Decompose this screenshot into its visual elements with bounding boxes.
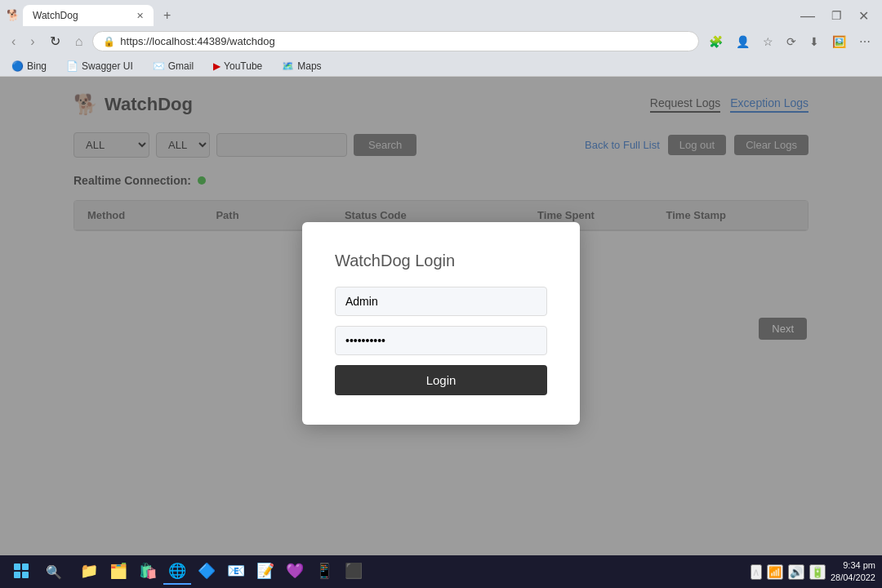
taskbar-battery-icon[interactable]: 🔋	[809, 564, 826, 580]
svg-rect-1	[22, 564, 29, 570]
browser-tab[interactable]: WatchDog ✕	[23, 5, 154, 26]
svg-rect-2	[14, 572, 20, 578]
taskbar-app-edge[interactable]: 🔷	[193, 559, 220, 585]
nav-icons: 🧩 👤 ☆ ⟳ ⬇ 🖼️ ⋯	[704, 33, 875, 51]
bookmark-gmail[interactable]: ✉️ Gmail	[148, 59, 198, 74]
browser-navbar: ‹ › ↻ ⌂ 🔒 🧩 👤 ☆ ⟳ ⬇ 🖼️ ⋯	[0, 26, 882, 56]
taskbar-app-outlook[interactable]: 📧	[222, 559, 250, 585]
minimize-button[interactable]: —	[794, 8, 822, 24]
youtube-icon: ▶	[213, 60, 220, 72]
maps-label: Maps	[297, 60, 321, 72]
taskbar-app-word[interactable]: 📝	[252, 559, 279, 585]
bookmarks-bar: 🔵 Bing 📄 Swagger UI ✉️ Gmail ▶ YouTube 🗺…	[0, 56, 882, 77]
address-bar-wrap: 🔒	[92, 31, 699, 51]
bing-icon: 🔵	[11, 60, 24, 72]
taskbar-time-display: 9:34 pm	[831, 559, 875, 572]
taskbar-app-vs[interactable]: 💜	[281, 559, 309, 585]
new-tab-button[interactable]: +	[157, 5, 177, 26]
svg-rect-0	[14, 564, 20, 570]
login-button[interactable]: Login	[335, 365, 547, 395]
back-button[interactable]: ‹	[7, 33, 20, 51]
swagger-icon: 📄	[66, 60, 78, 72]
taskbar-app-terminal[interactable]: ⬛	[340, 559, 368, 585]
password-input[interactable]	[335, 326, 547, 355]
restore-button[interactable]: ❐	[825, 8, 849, 24]
menu-button[interactable]: ⋯	[854, 33, 875, 51]
downloads-button[interactable]: ⬇	[804, 33, 824, 51]
taskbar-app-phone[interactable]: 📱	[310, 559, 338, 585]
username-input[interactable]	[335, 287, 547, 316]
taskbar-search-button[interactable]: 🔍	[39, 561, 69, 583]
extensions-button[interactable]: 🧩	[704, 33, 728, 51]
taskbar-app-files[interactable]: 🗂️	[105, 559, 132, 585]
maps-icon: 🗺️	[282, 60, 294, 72]
home-button[interactable]: ⌂	[70, 33, 88, 51]
address-bar[interactable]	[120, 35, 688, 47]
forward-button[interactable]: ›	[25, 33, 39, 51]
bookmark-swagger[interactable]: 📄 Swagger UI	[61, 59, 138, 74]
bookmark-maps[interactable]: 🗺️ Maps	[277, 59, 326, 74]
lock-icon: 🔒	[103, 36, 115, 47]
taskbar-volume-icon[interactable]: 🔊	[788, 564, 804, 580]
taskbar-chevron-icon[interactable]: ∧	[751, 564, 762, 580]
login-modal: WatchDog Login Login	[302, 222, 580, 425]
refresh-tab-button[interactable]: ⟳	[782, 33, 801, 51]
start-button[interactable]	[7, 559, 36, 585]
gmail-icon: ✉️	[153, 60, 165, 72]
taskbar-date-display: 28/04/2022	[831, 572, 875, 584]
modal-overlay: WatchDog Login Login	[0, 77, 882, 570]
taskbar-apps: 📁 🗂️ 🛍️ 🌐 🔷 📧 📝 💜 📱 ⬛	[75, 559, 368, 585]
gmail-label: Gmail	[168, 60, 194, 72]
taskbar-right: ∧ 📶 🔊 🔋 9:34 pm 28/04/2022	[751, 559, 875, 585]
windows-logo-icon	[13, 563, 29, 579]
taskbar-app-explorer[interactable]: 📁	[75, 559, 103, 585]
youtube-label: YouTube	[224, 60, 262, 72]
taskbar-clock[interactable]: 9:34 pm 28/04/2022	[831, 559, 875, 585]
close-button[interactable]: ✕	[852, 8, 875, 24]
favicon: 🐕	[7, 9, 20, 22]
bing-label: Bing	[27, 60, 47, 72]
profile-button[interactable]: 👤	[731, 33, 755, 51]
tab-close-icon[interactable]: ✕	[136, 11, 144, 21]
taskbar-network-icon[interactable]: 📶	[767, 564, 783, 580]
account-button[interactable]: 🖼️	[827, 33, 851, 51]
refresh-button[interactable]: ↻	[45, 32, 65, 51]
svg-rect-3	[22, 572, 29, 578]
star-button[interactable]: ☆	[758, 33, 778, 51]
window-controls: — ❐ ✕	[794, 8, 875, 24]
taskbar-app-browser[interactable]: 🌐	[163, 559, 191, 585]
swagger-label: Swagger UI	[82, 60, 133, 72]
taskbar: 🔍 📁 🗂️ 🛍️ 🌐 🔷 📧 📝 💜 📱 ⬛ ∧ 📶 🔊 🔋 9:34 pm …	[0, 555, 882, 588]
modal-title: WatchDog Login	[335, 252, 547, 270]
browser-titlebar: 🐕 WatchDog ✕ + — ❐ ✕	[0, 0, 882, 26]
page-background: 🐕 WatchDog Request Logs Exception Logs A…	[0, 77, 882, 570]
bookmark-bing[interactable]: 🔵 Bing	[7, 59, 51, 74]
taskbar-app-store[interactable]: 🛍️	[134, 559, 162, 585]
tab-title: WatchDog	[33, 10, 78, 21]
browser-chrome: 🐕 WatchDog ✕ + — ❐ ✕ ‹ › ↻ ⌂ 🔒 🧩 👤 ☆ ⟳ ⬇…	[0, 0, 882, 77]
bookmark-youtube[interactable]: ▶ YouTube	[208, 59, 267, 74]
